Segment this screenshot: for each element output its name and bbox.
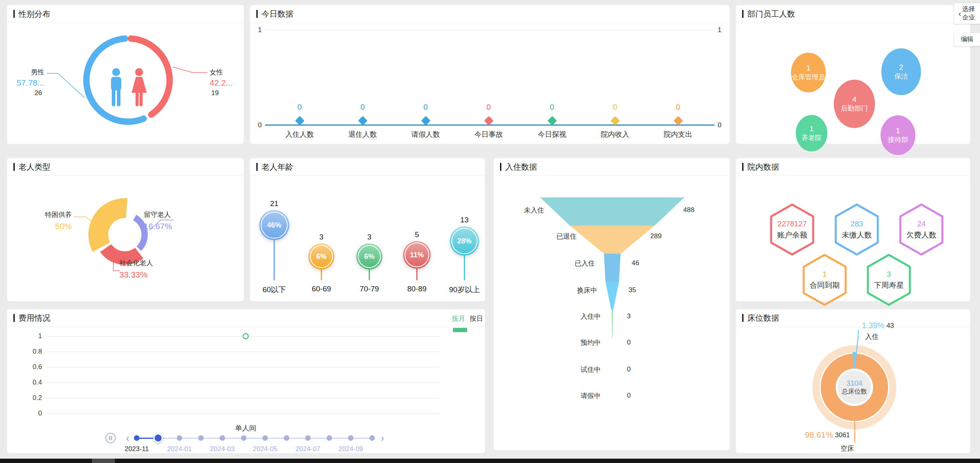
panel-checkin-header: 入住数据 [494,158,730,176]
panel-fees-header: 费用情况 按月 按日 [7,309,485,327]
gender-female-labels: 女性 42.2... 19 [210,68,245,97]
timeline-label[interactable]: 2024-07 [296,445,320,453]
timeline-next-icon[interactable]: › [381,433,384,443]
today-category-label: 退住人数 [348,130,377,139]
panel-gender: 性别分布 男性 57.78... 26 女性 42.2... 19 [7,5,244,144]
panel-fees: 费用情况 按月 按日 10.80.60.40.20 单人间 ‹ 2023-112… [7,309,485,453]
hex-value: 2278127 [769,220,816,228]
etype-label-liushou: 留守老人 16.67% [144,210,199,231]
elder-age-balloon-chart: 46%2160以下6%360-696%370-7911%580-8928%139… [250,158,485,301]
today-value: 0 [664,103,692,112]
today-ytick: 1 [258,26,262,34]
timeline-label[interactable]: 2024-01 [167,445,192,453]
hex-value: 3 [865,270,912,279]
title-bar-decor [742,163,743,171]
age-balloon-60-69: 6% [308,243,334,270]
etype-label-tekun: 特困供养 50% [18,210,72,231]
timeline-dot-6[interactable] [262,435,268,441]
today-category-label: 院内收入 [601,130,629,139]
timeline-label[interactable]: 2024-03 [210,445,235,453]
funnel-label-已入住: 已入住 [575,259,595,268]
balloon-percent: 11% [403,241,431,269]
hexagon-icon [769,203,816,256]
timeline-label[interactable]: 2024-05 [253,445,277,453]
today-value: 0 [348,103,377,112]
tab-by-day[interactable]: 按日 [470,314,483,323]
bubble-value: 2 [899,63,904,72]
male-count: 26 [10,89,44,97]
fee-gridline [47,367,439,367]
balloon-percent: 46% [259,210,289,240]
timeline-label[interactable]: 2024-09 [338,445,363,453]
today-value: 0 [411,103,440,112]
bubble-label: 仓库管理员 [792,73,825,82]
funnel-value: 3 [627,312,630,320]
hex-value: 1 [801,270,848,279]
hex-stat-未缴人数: 283未缴人数 [833,203,880,256]
hex-label: 账户余额 [769,230,816,240]
timeline-dot-0[interactable] [134,435,139,441]
pause-icon [109,436,110,440]
panel-gender-title: 性别分布 [19,9,50,19]
title-bar-decor [13,10,15,18]
collapse-icon[interactable]: ‹ [959,9,961,18]
today-category-label: 今日探视 [538,130,566,139]
balloon-percent: 28% [450,226,479,256]
timeline-dot-8[interactable] [305,435,311,441]
timeline-dot-1[interactable] [153,433,163,443]
timeline-prev-icon[interactable]: ‹ [126,433,130,443]
panel-elder-type: 老人类型 特困供养 50% 留守老人 16.67% 社会化老人 33.33% [7,158,244,301]
balloon-count: 3 [367,233,372,241]
timeline-track[interactable] [137,438,372,439]
age-balloon-70-79: 6% [356,243,382,270]
slice-percent: 50% [18,222,72,231]
fee-gridline [47,383,439,383]
timeline-dot-5[interactable] [241,435,246,441]
hex-label: 未缴人数 [833,230,880,240]
fee-ytick: 0.4 [32,379,42,386]
tab-by-month[interactable]: 按月 [452,314,465,323]
timeline-dot-7[interactable] [284,435,289,441]
today-gridline-top [265,30,714,30]
legend-swatch[interactable] [453,328,467,332]
today-category-label: 请假人数 [411,130,440,139]
timeline-label[interactable]: 2023-11 [124,445,149,453]
hex-value: 283 [833,220,880,228]
timeline-dot-2[interactable] [177,435,182,441]
bubble-label: 养老院 [802,133,822,142]
timeline-dot-3[interactable] [198,435,204,441]
timeline-dot-10[interactable] [348,435,353,441]
timeline-pause-button[interactable] [105,433,116,443]
panel-departments-title: 部门员工人数 [747,9,795,19]
panel-checkin-title: 入住数据 [505,162,537,172]
timeline-dot-4[interactable] [220,435,225,441]
today-item-今日事故: 0今日事故 [474,103,503,139]
bubble-label: 接待部 [888,135,908,144]
panel-departments: 部门员工人数 1仓库管理员2保洁4后勤部门1养老院1接待部 [736,5,970,144]
funnel-tier-1 [570,226,655,254]
edit-button[interactable]: 编辑 [954,33,980,46]
hexagon-icon [801,253,848,306]
timeline-dot-9[interactable] [327,435,332,441]
hex-label: 合同到期 [801,280,848,291]
funnel-value: 0 [627,392,630,400]
fee-ytick: 0.2 [32,394,42,402]
today-category-label: 今日事故 [474,130,503,139]
department-bubble-保洁: 2保洁 [881,48,921,95]
timeline-dot-11[interactable] [369,435,375,441]
balloon-count: 21 [270,199,278,208]
funnel-label-未入住: 未入住 [524,206,544,215]
hex-label: 欠费人数 [898,230,945,240]
balloon-count: 3 [319,233,324,241]
age-category-label: 80-89 [407,285,427,293]
funnel-tier-2 [604,254,621,282]
beds-empty-count: 3061 [835,431,850,439]
male-percent: 57.78... [10,78,44,88]
beds-total: 3104 [837,379,872,388]
select-enterprise-button[interactable]: ‹ 选择企业 [954,3,980,24]
panel-facility: 院内数据 2278127账户余额283未缴人数24欠费人数1合同到期3下周寿星 [736,158,970,301]
panel-gender-header: 性别分布 [7,5,244,23]
department-bubble-后勤部门: 4后勤部门 [834,80,875,128]
diamond-marker-icon [547,116,557,125]
panel-beds: 床位数据 3104 总床位数 1.39% 43 入住 98.61% 3061 空… [736,309,970,453]
